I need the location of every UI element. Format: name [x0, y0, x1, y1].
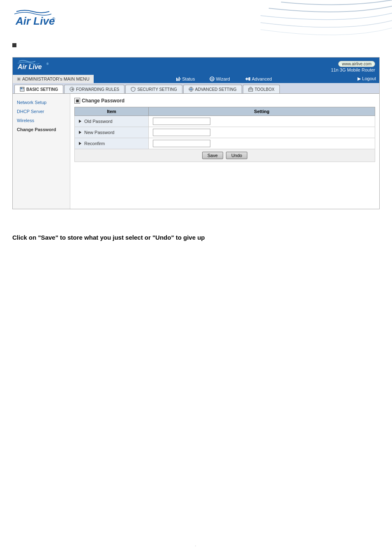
svg-rect-22 — [249, 88, 253, 91]
status-icon — [176, 76, 181, 81]
airlive-logo-svg: Air Live ® — [12, 8, 78, 31]
new-password-cell — [149, 127, 375, 138]
nav-advanced[interactable]: Advanced — [242, 75, 275, 83]
router-logo: Air Live ® — [17, 59, 58, 73]
new-password-label: New Password — [75, 127, 149, 138]
nav-admin: ▣ ADMINISTRATOR's MAIN MENU — [13, 75, 94, 83]
table-row: New Password — [75, 127, 375, 138]
nav-status[interactable]: Status — [173, 75, 198, 83]
nav-wizard-label: Wizard — [216, 76, 230, 81]
router-header: Air Live ® www.airlive.com 11n 3G Mobile… — [13, 58, 379, 74]
tab-toolbox[interactable]: TOOLBOX — [243, 85, 280, 93]
old-password-label: Old Password — [75, 116, 149, 127]
basic-setting-icon — [20, 87, 25, 92]
svg-rect-4 — [176, 78, 177, 81]
svg-rect-9 — [249, 77, 250, 81]
old-password-cell — [149, 116, 375, 127]
main-content: ▣ Change Password Item Setting Old Passw… — [70, 94, 379, 209]
svg-rect-6 — [179, 77, 180, 81]
advanced-setting-icon — [189, 87, 194, 92]
router-frame: Air Live ® www.airlive.com 11n 3G Mobile… — [12, 57, 380, 209]
toolbox-icon — [248, 87, 253, 92]
logo: Air Live ® — [12, 8, 380, 31]
sidebar-item-wireless[interactable]: Wireless — [13, 116, 70, 125]
action-row: Save Undo — [75, 149, 375, 162]
svg-rect-5 — [178, 79, 178, 81]
svg-rect-12 — [21, 88, 22, 89]
svg-text:Air Live: Air Live — [17, 63, 42, 70]
tab-bar: BASIC SETTING FORWARDING RULES SECURITY … — [13, 83, 379, 94]
security-icon — [131, 87, 136, 92]
col-setting-header: Setting — [149, 107, 375, 116]
advanced-icon — [245, 76, 251, 81]
undo-button[interactable]: Undo — [226, 152, 247, 159]
content-area: Network Setup DHCP Server Wireless Chang… — [13, 94, 379, 209]
site-url: www.airlive.com — [338, 61, 375, 67]
nav-advanced-label: Advanced — [252, 76, 272, 81]
svg-marker-7 — [180, 78, 181, 80]
svg-point-16 — [190, 88, 192, 90]
tab-security-setting-label: SECURITY SETTING — [137, 87, 177, 92]
forwarding-icon — [69, 87, 74, 92]
password-table: Item Setting Old Password — [74, 107, 375, 162]
tab-advanced-setting[interactable]: ADVANCED SETTING — [183, 85, 242, 93]
new-password-input[interactable] — [153, 129, 210, 136]
table-row: Old Password — [75, 116, 375, 127]
wizard-icon — [210, 76, 214, 81]
svg-text:®: ® — [52, 17, 55, 21]
svg-rect-10 — [250, 77, 250, 81]
sidebar-item-dhcp-server[interactable]: DHCP Server — [13, 107, 70, 116]
instruction-text: Click on "Save" to store what you just s… — [12, 234, 380, 241]
admin-label: ADMINISTRATOR's MAIN MENU — [22, 76, 90, 81]
bottom-dot: , — [195, 543, 196, 547]
tab-security-setting[interactable]: SECURITY SETTING — [125, 85, 182, 93]
router-model: 11n 3G Mobile Router — [331, 67, 375, 72]
old-password-input[interactable] — [153, 118, 210, 125]
reconfirm-label: Reconfirm — [75, 138, 149, 149]
bullet-square — [12, 43, 16, 47]
sidebar-item-change-password[interactable]: Change Password — [13, 125, 70, 134]
tab-forwarding-rules-label: FORWARDING RULES — [76, 87, 119, 92]
save-button[interactable]: Save — [202, 152, 223, 159]
nav-logout[interactable]: ▶ Logout — [354, 74, 379, 83]
svg-text:Air Live: Air Live — [15, 15, 55, 27]
nav-status-label: Status — [182, 76, 195, 81]
arrow-icon — [79, 131, 81, 134]
svg-text:®: ® — [46, 62, 49, 65]
svg-point-8 — [210, 77, 214, 81]
router-logo-svg: Air Live ® — [17, 59, 58, 71]
sidebar-item-network-setup[interactable]: Network Setup — [13, 98, 70, 107]
table-row: Reconfirm — [75, 138, 375, 149]
section-title-icon: ▣ — [74, 98, 80, 104]
arrow-icon — [79, 142, 81, 145]
section-title: ▣ Change Password — [74, 98, 375, 104]
reconfirm-password-input[interactable] — [153, 140, 210, 147]
nav-items: Status Wizard Advanced — [94, 75, 355, 83]
reconfirm-cell — [149, 138, 375, 149]
tab-basic-setting[interactable]: BASIC SETTING — [14, 85, 63, 93]
col-item-header: Item — [75, 107, 149, 116]
tab-basic-setting-label: BASIC SETTING — [26, 87, 58, 92]
router-site-info: www.airlive.com 11n 3G Mobile Router — [331, 60, 375, 72]
section-title-text: Change Password — [82, 98, 125, 104]
tab-toolbox-label: TOOLBOX — [255, 87, 274, 92]
arrow-icon — [79, 120, 81, 123]
page-header: Air Live ® — [0, 0, 392, 35]
tab-forwarding-rules[interactable]: FORWARDING RULES — [64, 85, 125, 93]
router-navbar: ▣ ADMINISTRATOR's MAIN MENU Status — [13, 74, 379, 83]
tab-advanced-setting-label: ADVANCED SETTING — [195, 87, 237, 92]
action-cell: Save Undo — [75, 149, 375, 162]
sidebar: Network Setup DHCP Server Wireless Chang… — [13, 94, 70, 209]
nav-wizard[interactable]: Wizard — [206, 75, 233, 83]
